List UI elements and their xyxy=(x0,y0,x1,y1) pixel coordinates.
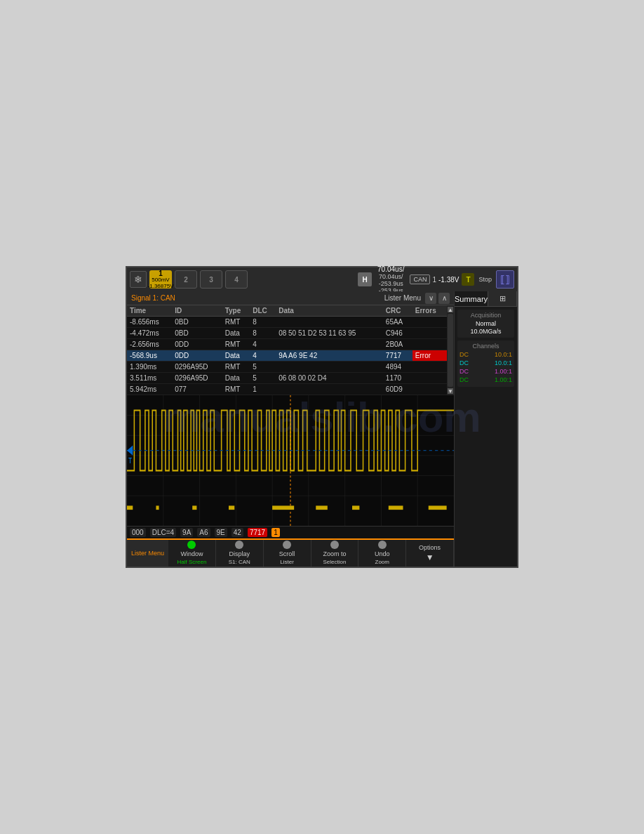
window-button-icon xyxy=(187,541,196,549)
scroll-label: Scroll xyxy=(279,550,295,558)
channel-summary-row: DC 1.00:1 xyxy=(459,376,512,383)
decode-bar: 000 DLC=4 9A A6 9E 42 7717 1 xyxy=(127,526,454,538)
channel-summary-row: DC 10.0:1 xyxy=(459,359,512,366)
timebase-zoom: 70.04us/ xyxy=(379,273,403,280)
table-row[interactable]: 5.942ms077RMT160D9 xyxy=(127,384,447,395)
trigger-section: CAN 1 -1.38V xyxy=(410,274,459,284)
zoom-selection-button[interactable]: Zoom to Selection xyxy=(311,540,359,567)
svg-rect-24 xyxy=(429,505,447,510)
svg-marker-14 xyxy=(127,446,133,456)
svg-rect-21 xyxy=(316,505,328,510)
timebase-display: 70.04us/ 70.04us/ -253.9us -253.9us xyxy=(377,265,404,294)
scroll-lister-button[interactable]: Scroll Lister xyxy=(264,540,311,567)
run-stop-label: Stop xyxy=(478,276,492,283)
decode-item-1: DLC=4 xyxy=(150,528,176,537)
lister-label: Lister xyxy=(280,559,294,566)
svg-rect-19 xyxy=(229,505,234,510)
svg-text:T: T xyxy=(128,456,132,465)
acquisition-section-title: Acquisition xyxy=(459,312,512,319)
waveform-area: T xyxy=(127,395,454,526)
main-content: Signal 1: CAN Lister Menu ∨ ∧ Time ID xyxy=(127,291,517,567)
summary-tab[interactable]: Summary xyxy=(455,291,488,306)
halfscreen-label: Half Screen xyxy=(177,559,207,566)
menu-arrow-group: ∨ ∧ xyxy=(425,293,450,304)
scroll-up-button[interactable]: ▲ xyxy=(448,307,453,312)
channel3-button[interactable]: 3 xyxy=(200,270,222,289)
table-icon: ⊞ xyxy=(499,294,506,303)
signal-label: Signal 1: CAN xyxy=(131,294,384,302)
decode-item-0: 000 xyxy=(130,528,146,537)
freeze-button[interactable]: ❄ xyxy=(130,271,147,288)
options-label: Options xyxy=(419,544,441,552)
col-time: Time xyxy=(127,305,172,317)
lister-menu-label-text: Lister Menu xyxy=(131,550,164,557)
menu-buttons-group: Window Half Screen Display S1: CAN Scrol… xyxy=(168,540,454,567)
ch-dc-label: DC xyxy=(459,359,469,366)
col-dlc: DLC xyxy=(250,305,276,317)
display-label: Display xyxy=(229,550,250,558)
t-marker-button[interactable]: T xyxy=(462,273,474,286)
options-button[interactable]: Options ▼ xyxy=(406,540,454,567)
undo-zoom-button[interactable]: Undo Zoom xyxy=(358,540,406,567)
display-s1can-button[interactable]: Display S1: CAN xyxy=(216,540,264,567)
summary-tab-row: Summary ⊞ xyxy=(455,291,517,307)
ch3-label: 3 xyxy=(209,276,213,284)
zoom2-label: Zoom xyxy=(375,559,389,566)
table-scrollbar[interactable]: ▲ ▼ xyxy=(447,305,454,395)
decode-item-trailing: 1 xyxy=(271,528,280,537)
waveform-svg: T xyxy=(127,395,454,526)
zoom-label: Zoom to xyxy=(323,550,346,558)
svg-rect-16 xyxy=(127,505,133,510)
ch1-subvalue: -1.36875V xyxy=(148,284,174,290)
decode-item-9e: 9E xyxy=(215,528,227,537)
ch4-label: 4 xyxy=(234,276,239,284)
decode-item-9a: 9A xyxy=(180,528,193,537)
decode-item-7717: 7717 xyxy=(248,528,267,537)
display-button-icon xyxy=(235,541,243,549)
scroll-down-button[interactable]: ▼ xyxy=(448,388,453,394)
table-row[interactable]: -568.9us0DDData49A A6 9E 427717Error xyxy=(127,350,447,362)
channels-section-title: Channels xyxy=(459,343,512,350)
undo-label: Undo xyxy=(375,550,390,558)
left-panel: Signal 1: CAN Lister Menu ∨ ∧ Time ID xyxy=(127,291,454,567)
svg-rect-22 xyxy=(352,505,359,510)
bottom-menu-bar: Lister Menu Window Half Screen Display S… xyxy=(127,538,454,567)
scroll-button-icon xyxy=(283,541,291,549)
svg-rect-23 xyxy=(389,505,403,510)
window-label: Window xyxy=(180,550,203,558)
zoom-button-icon xyxy=(330,541,339,549)
ch-ratio: 1.00:1 xyxy=(495,376,512,383)
selection-label: Selection xyxy=(323,559,346,566)
ch-dc-label: DC xyxy=(459,376,469,383)
protocol-badge: CAN xyxy=(410,274,430,284)
collapse-arrow-button[interactable]: ∨ xyxy=(425,293,436,304)
table-row[interactable]: 3.511ms0296A95DData506 08 00 02 D41170 xyxy=(127,373,447,384)
lister-table: Time ID Type DLC Data CRC Errors -8. xyxy=(127,305,447,395)
table-row[interactable]: -4.472ms0BDData808 50 51 D2 53 11 63 95C… xyxy=(127,328,447,339)
col-crc: CRC xyxy=(383,305,412,317)
ch-ratio: 10.0:1 xyxy=(495,351,512,358)
window-halfscreen-button[interactable]: Window Half Screen xyxy=(168,540,216,567)
timebase-main: 70.04us/ xyxy=(377,265,404,273)
table-row[interactable]: -8.656ms0BDRMT865AA xyxy=(127,317,447,328)
table-row[interactable]: -2.656ms0DDRMT42B0A xyxy=(127,339,447,350)
table-row[interactable]: 1.390ms0296A95DRMT54894 xyxy=(127,362,447,373)
table-tab[interactable]: ⊞ xyxy=(488,291,517,306)
acquisition-mode: Normal xyxy=(459,320,512,327)
channel4-button[interactable]: 4 xyxy=(225,270,248,289)
decode-item-a6: A6 xyxy=(197,528,210,537)
trigger-voltage: -1.38V xyxy=(438,276,459,284)
channel2-button[interactable]: 2 xyxy=(175,270,197,289)
expand-arrow-button[interactable]: ∧ xyxy=(438,293,450,304)
oscilloscope-panel: manualslib.com ❄ 1 500mV -1.36875V 2 3 4… xyxy=(126,266,518,568)
summary-panel: Summary ⊞ Acquisition Normal 10.0MGa/s C… xyxy=(454,291,517,567)
timebase-offset1: -253.9us xyxy=(379,280,403,287)
summary-tab-label: Summary xyxy=(455,295,488,303)
h-button[interactable]: H xyxy=(358,272,372,286)
col-type: Type xyxy=(222,305,250,317)
svg-rect-17 xyxy=(156,505,159,510)
trigger-channel: 1 xyxy=(432,276,436,284)
channel1-button[interactable]: 1 500mV -1.36875V xyxy=(149,270,172,289)
run-stop-button[interactable]: ⟦⟧ xyxy=(496,270,514,289)
lister-table-container: Time ID Type DLC Data CRC Errors -8. xyxy=(127,305,454,395)
